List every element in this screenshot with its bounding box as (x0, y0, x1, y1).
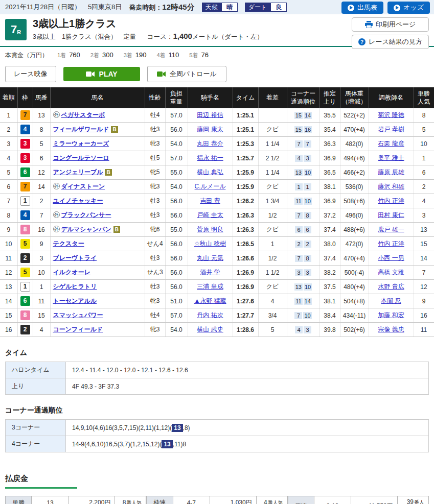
estimated-last3f: 35.4 (319, 123, 340, 137)
jockey-link[interactable]: C.ルメール (195, 183, 226, 190)
frame-cell: 8 (17, 223, 33, 237)
jockey-link[interactable]: 酒井 学 (200, 269, 220, 276)
horse-name-link[interactable]: トーセンアルル (53, 297, 97, 304)
print-page-button[interactable]: 印刷用ページ (352, 17, 429, 32)
trainer-link[interactable]: 藤原 辰雄 (378, 169, 404, 176)
result-guide-button[interactable]: ? レース結果の見方 (352, 35, 429, 49)
result-row: 1624コーンフィールド牝354.0横山 武史1:28.654339.8502(… (0, 323, 434, 337)
jockey-link[interactable]: 三浦 皇成 (197, 283, 223, 290)
trainer-link[interactable]: 小西 一男 (378, 254, 404, 261)
trainer-link[interactable]: 鹿戸 雄一 (378, 226, 404, 233)
sex-age: 牡3 (145, 280, 165, 294)
margin: クビ (258, 280, 287, 294)
jockey-link[interactable]: 横山 武史 (197, 326, 223, 333)
trainer-link[interactable]: 菊沢 隆徳 (378, 111, 404, 118)
sex-age: 牡3 (145, 208, 165, 223)
jockey-link[interactable]: 吉田 豊 (200, 197, 220, 204)
trainer-link[interactable]: 高橋 文雅 (378, 269, 404, 276)
play-button[interactable]: PLAY (63, 67, 140, 81)
jockey-link[interactable]: 丹内 祐次 (197, 311, 223, 319)
popularity-suffix: 番人気 (268, 500, 283, 504)
trainer-link[interactable]: 竹内 正洋 (378, 240, 404, 247)
trainer-cell: 宗像 義忠 (369, 323, 414, 337)
popularity-number: 39 (407, 498, 414, 504)
trainer-link[interactable]: 本間 忍 (381, 297, 401, 304)
horse-name-link[interactable]: テクスター (53, 240, 84, 247)
finish-position: 3 (0, 137, 17, 151)
jockey-link[interactable]: 横山 典弘 (197, 169, 223, 176)
horse-name-link[interactable]: シゲルヒラトリ (53, 283, 97, 290)
payout-popularity: 39番人気 (397, 496, 428, 504)
carried-weight: 54.0 (165, 137, 188, 151)
horse-weight: 536(0) (340, 180, 369, 194)
trainer-link[interactable]: 田村 康仁 (378, 211, 404, 219)
race-title: 3歳以上1勝クラス (33, 18, 263, 29)
trainer-link[interactable]: 宗像 義忠 (378, 326, 404, 333)
horse-name-link[interactable]: ダイナストーン (61, 183, 105, 190)
carried-weight: 54.0 (165, 323, 188, 337)
result-row: 1311シゲルヒラトリ牡356.0三浦 皇成1:26.9クビ131037.548… (0, 280, 434, 294)
corner3-position: 7 (295, 140, 303, 148)
horse-name-cell: ブレーヴトライ (50, 251, 145, 266)
horse-name-link[interactable]: スマッシュパワー (53, 311, 103, 319)
finish-time: 1:25.9 (233, 180, 258, 194)
result-row: 248フィールザワールドB牡356.0藤岡 康太1:25.1クビ151635.4… (0, 123, 434, 137)
column-header: タイム (233, 87, 258, 108)
frame-number-badge: 5 (20, 268, 30, 277)
result-row: 436コングールテソーロ牡557.0福永 祐一1:25.72 1/24336.9… (0, 151, 434, 165)
finish-position: 15 (0, 308, 17, 323)
trainer-cell: 鹿戸 雄一 (369, 223, 414, 237)
jockey-link[interactable]: 丸山 元気 (197, 254, 223, 261)
trainer-link[interactable]: 藤沢 和雄 (378, 183, 404, 190)
entries-button[interactable]: 出馬表 (341, 2, 383, 14)
corner-positions: 43 (287, 323, 319, 337)
horse-name-link[interactable]: コングールテソーロ (53, 154, 109, 161)
trainer-link[interactable]: 竹内 正洋 (378, 197, 404, 204)
corner4-position: 8 (304, 212, 311, 219)
horse-name-link[interactable]: フィールザワールド (53, 126, 109, 133)
horse-name-link[interactable]: ユイノチャッキー (53, 197, 103, 204)
result-row: 6714外ダイナストーン牝354.0C.ルメール1:25.9クビ1138.153… (0, 180, 434, 194)
trainer-link[interactable]: 奥平 雅士 (378, 154, 404, 161)
prize-item: 4着110 (156, 51, 179, 59)
horse-name-link[interactable]: ペガサスターボ (61, 111, 105, 118)
frame-number-badge: 1 (20, 282, 30, 292)
patrol-video-button[interactable]: 全周パトロール (147, 66, 226, 82)
winner-highlight: 13 (162, 440, 172, 448)
prize-place: 1着 (57, 52, 66, 59)
trainer-cell: 田村 康仁 (369, 208, 414, 223)
horse-name-link[interactable]: デルマシャンパン (61, 226, 111, 233)
jockey-link[interactable]: ▲永野 猛蔵 (194, 297, 226, 304)
jockey-link[interactable]: 丸田 恭介 (197, 140, 223, 147)
jockey-link[interactable]: 藤岡 康太 (197, 126, 223, 133)
jockey-link[interactable]: 菅原 明良 (197, 226, 223, 233)
payout-combination: 13 (32, 496, 69, 504)
race-video-button[interactable]: レース映像 (5, 66, 56, 82)
horse-number: 10 (33, 266, 50, 280)
horse-name-link[interactable]: イルクオーレ (53, 269, 90, 276)
carried-weight: 56.0 (165, 208, 188, 223)
horse-name-link[interactable]: ミラーウォーカーズ (53, 140, 109, 147)
horse-name-link[interactable]: ブレーヴトライ (53, 254, 97, 261)
horse-name-link[interactable]: アンジェリーブル (53, 169, 103, 176)
blinker-badge: B (111, 126, 118, 133)
trainer-link[interactable]: 石栗 龍彦 (378, 140, 404, 147)
jockey-link[interactable]: 田辺 裕信 (197, 111, 223, 118)
trainer-link[interactable]: 岩戸 孝樹 (378, 126, 404, 133)
horse-name-cell: シゲルヒラトリ (50, 280, 145, 294)
frame-cell: 6 (17, 165, 33, 180)
horse-name-link[interactable]: コーンフィールド (53, 326, 103, 333)
frame-number-badge: 2 (20, 253, 30, 263)
jockey-link[interactable]: 福永 祐一 (197, 154, 223, 161)
horse-weight: 502(+6) (340, 323, 369, 337)
corner-row-value: 14-9(4,6,10)16,5(3,7)(1,2,15,12)(13,11)8 (66, 436, 429, 452)
horse-number: 16 (33, 223, 50, 237)
corner-row-label: 4コーナー (6, 436, 66, 452)
trainer-link[interactable]: 水野 貴広 (378, 283, 404, 290)
trainer-link[interactable]: 加藤 和宏 (378, 311, 404, 319)
jockey-link[interactable]: ☆秋山 稔樹 (194, 240, 226, 247)
odds-button[interactable]: オッズ (387, 2, 430, 14)
jockey-link[interactable]: 戸崎 圭太 (197, 211, 223, 219)
track-label: ダート (245, 3, 271, 12)
horse-name-link[interactable]: ブラックパンサー (61, 211, 111, 219)
